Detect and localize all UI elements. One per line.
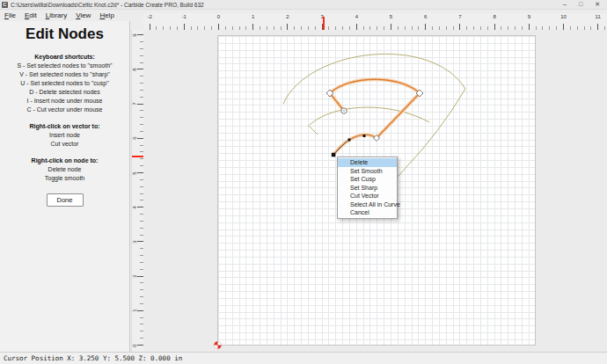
hruler-label: 9 bbox=[528, 14, 530, 19]
cursor-position-readout: Cursor Position X: 3.250 Y: 5.500 Z: 0.0… bbox=[4, 354, 182, 362]
vruler-label: 2 bbox=[132, 274, 137, 277]
vruler-label: 7 bbox=[132, 102, 137, 105]
maximize-button[interactable]: □ bbox=[579, 0, 582, 9]
vruler-major-ticks bbox=[137, 30, 143, 352]
panel-shortcut-line: S - Set selected nodes to "smooth" bbox=[0, 62, 129, 69]
title-bar: C C:\Users\willia\Downloads\Celtic Knot.… bbox=[0, 0, 607, 10]
context-menu-item-set-sharp[interactable]: Set Sharp bbox=[338, 184, 397, 193]
hruler-label: 2 bbox=[286, 14, 289, 19]
vruler-label: 5 bbox=[132, 171, 137, 174]
done-button[interactable]: Done bbox=[47, 193, 84, 207]
context-menu-item-cut-vector[interactable]: Cut Vector bbox=[338, 192, 397, 200]
edit-nodes-panel: Edit Nodes Keyboard shortcuts:S - Set se… bbox=[0, 21, 130, 352]
menu-help[interactable]: Help bbox=[95, 11, 118, 19]
status-bar: Cursor Position X: 3.250 Y: 5.500 Z: 0.0… bbox=[0, 352, 607, 364]
vruler-label: 1 bbox=[132, 309, 137, 312]
panel-shortcut-line: I - Insert node under mouse bbox=[0, 98, 129, 104]
app-window: C C:\Users\willia\Downloads\Celtic Knot.… bbox=[0, 0, 607, 364]
panel-shortcut-line: Toggle smooth bbox=[0, 175, 129, 181]
menu-library[interactable]: Library bbox=[41, 11, 71, 19]
window-controls: –□✕ bbox=[563, 0, 600, 9]
minimize-button[interactable]: – bbox=[563, 0, 567, 9]
panel-shortcut-line: D - Delete selected nodes bbox=[0, 89, 129, 95]
hruler-label: 4 bbox=[355, 14, 358, 19]
menu-bar: FileEditLibraryViewHelp bbox=[0, 10, 141, 21]
hruler-label: 6 bbox=[424, 14, 427, 19]
close-button[interactable]: ✕ bbox=[595, 0, 600, 9]
hruler-label: -2 bbox=[147, 14, 151, 19]
panel-section-heading: Right-click on node to: bbox=[0, 157, 129, 164]
panel-section-heading: Keyboard shortcuts: bbox=[0, 54, 129, 60]
hruler-label: 11 bbox=[596, 14, 601, 19]
menu-edit[interactable]: Edit bbox=[20, 11, 41, 19]
panel-section-heading: Right-click on vector to: bbox=[0, 123, 129, 129]
context-menu-item-delete[interactable]: Delete bbox=[338, 158, 397, 167]
hruler-label: 10 bbox=[560, 14, 567, 19]
vruler-label: 6 bbox=[132, 137, 137, 140]
panel-sections: Keyboard shortcuts:S - Set selected node… bbox=[0, 54, 129, 181]
panel-shortcut-line: C - Cut vector under mouse bbox=[0, 106, 129, 113]
vruler-label: 0 bbox=[132, 344, 137, 346]
app-icon: C bbox=[2, 2, 8, 8]
context-menu-item-set-smooth[interactable]: Set Smooth bbox=[338, 167, 397, 176]
horizontal-ruler: -2-101234567891011 bbox=[143, 13, 607, 30]
hruler-cursor-marker bbox=[323, 17, 325, 30]
hruler-label: 0 bbox=[217, 14, 220, 19]
panel-shortcut-line: Insert node bbox=[0, 132, 129, 138]
vruler-label: 8 bbox=[132, 68, 137, 70]
hruler-label: 5 bbox=[390, 14, 392, 19]
context-menu-item-select-all-in-curve[interactable]: Select All in Curve bbox=[338, 200, 397, 209]
hruler-major-ticks bbox=[143, 24, 607, 30]
hruler-label: -1 bbox=[182, 14, 186, 19]
context-menu-item-set-cusp[interactable]: Set Cusp bbox=[338, 175, 397, 184]
page-title: Edit Nodes bbox=[0, 25, 129, 43]
panel-shortcut-line: Cut vector bbox=[0, 141, 129, 147]
hruler-label: 7 bbox=[458, 14, 461, 19]
hruler-label: 1 bbox=[252, 14, 254, 19]
menu-view[interactable]: View bbox=[71, 11, 95, 19]
vruler-label: 4 bbox=[132, 206, 137, 208]
panel-shortcut-line: U - Set selected nodes to "cusp" bbox=[0, 80, 129, 86]
panel-shortcut-line: Delete node bbox=[0, 166, 129, 172]
hruler-label: 8 bbox=[493, 14, 495, 19]
vruler-cursor-marker bbox=[132, 156, 143, 157]
context-menu: DeleteSet SmoothSet CuspSet SharpCut Vec… bbox=[337, 157, 398, 219]
context-menu-item-cancel[interactable]: Cancel bbox=[338, 208, 397, 217]
vruler-label: 3 bbox=[132, 240, 137, 243]
vertical-ruler: 9876543210 bbox=[131, 30, 143, 352]
vruler-label: 9 bbox=[132, 33, 137, 36]
window-title: C:\Users\willia\Downloads\Celtic Knot.c2… bbox=[11, 2, 563, 8]
menu-file[interactable]: File bbox=[0, 11, 20, 19]
panel-shortcut-line: V - Set selected nodes to "sharp" bbox=[0, 71, 129, 77]
